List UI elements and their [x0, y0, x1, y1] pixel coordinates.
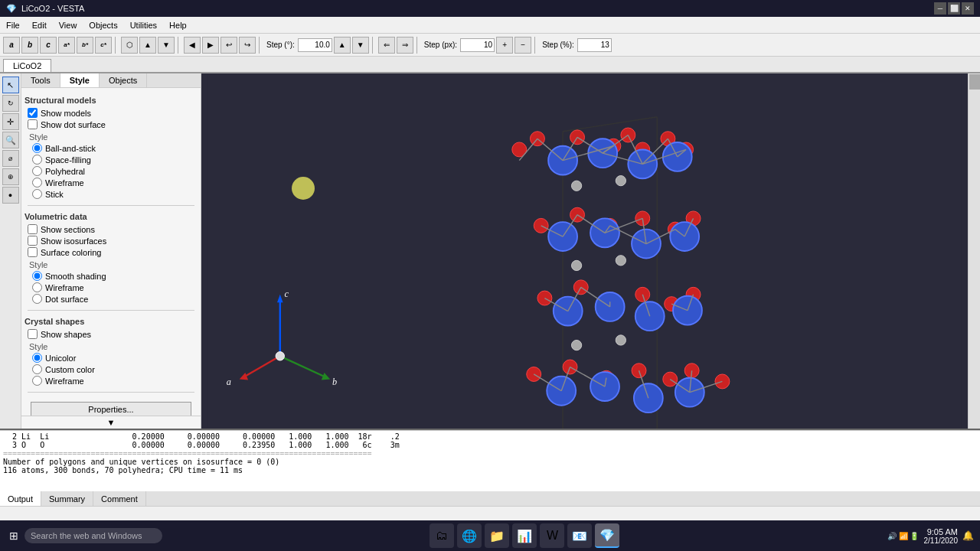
taskbar-word[interactable]: W: [540, 523, 564, 548]
crystal-unicolor-radio[interactable]: [32, 353, 42, 363]
surface-coloring-checkbox[interactable]: [28, 247, 38, 257]
move-tool-button[interactable]: ✛: [2, 113, 19, 130]
style-polyhedral-radio[interactable]: [32, 166, 42, 176]
axis-b-button[interactable]: b: [21, 37, 38, 54]
tab-summary[interactable]: Summary: [41, 491, 93, 506]
zoom-out-button[interactable]: −: [514, 37, 531, 54]
tab-objects[interactable]: Objects: [100, 73, 147, 87]
zoom-in-button[interactable]: +: [496, 37, 513, 54]
menu-file[interactable]: File: [0, 19, 26, 31]
axis-cstar-button[interactable]: c*: [95, 37, 112, 54]
vol-dot-surface-row[interactable]: Dot surface: [32, 294, 198, 304]
crystal-canvas-area[interactable]: c a b: [201, 73, 968, 429]
start-button[interactable]: ⊞: [6, 527, 21, 545]
rotate-up-button[interactable]: ▲: [139, 37, 156, 54]
menu-view[interactable]: View: [53, 19, 83, 31]
menu-edit[interactable]: Edit: [26, 19, 53, 31]
style-wireframe-row[interactable]: Wireframe: [32, 178, 198, 187]
svg-point-85: [571, 181, 581, 191]
properties-button[interactable]: Properties...: [31, 402, 191, 416]
bond-tool-button[interactable]: ⊕: [2, 168, 19, 185]
taskbar-clock[interactable]: 9:05 AM 2/11/2020: [924, 527, 959, 545]
show-sections-row[interactable]: Show sections: [28, 224, 198, 234]
crystal-wireframe-row[interactable]: Wireframe: [32, 376, 198, 386]
show-dot-surface-row[interactable]: Show dot surface: [28, 119, 198, 129]
show-isosurfaces-row[interactable]: Show isosurfaces: [28, 236, 198, 246]
next-button[interactable]: ▶: [202, 37, 219, 54]
zoom-tool-button[interactable]: 🔍: [2, 132, 19, 148]
show-dot-surface-checkbox[interactable]: [28, 119, 38, 129]
vol-smooth-shading-radio[interactable]: [32, 271, 42, 281]
vol-dot-surface-radio[interactable]: [32, 294, 42, 304]
taskbar-mail[interactable]: 📧: [567, 523, 592, 548]
menu-utilities[interactable]: Utilities: [124, 19, 163, 31]
style-stick-row[interactable]: Stick: [32, 189, 198, 199]
back-button[interactable]: ↩: [220, 37, 237, 54]
style-ball-and-stick-row[interactable]: Ball-and-stick: [32, 143, 198, 153]
crystal-wireframe-radio[interactable]: [32, 376, 42, 386]
step-angle-up[interactable]: ▲: [334, 37, 351, 54]
prev-button[interactable]: ◀: [184, 37, 201, 54]
vol-smooth-shading-label: Smooth shading: [45, 272, 106, 281]
minimize-button[interactable]: ─: [934, 2, 946, 15]
atom-tool-button[interactable]: ●: [2, 187, 19, 204]
step-angle-input[interactable]: [298, 38, 332, 52]
axis-astar-button[interactable]: a*: [58, 37, 75, 54]
notification-area[interactable]: 🔔: [962, 530, 974, 541]
tab-style[interactable]: Style: [60, 73, 100, 87]
menu-help[interactable]: Help: [163, 19, 193, 31]
taskbar-task-view[interactable]: 🗂: [430, 523, 454, 548]
style-space-filling-radio[interactable]: [32, 155, 42, 165]
show-isosurfaces-checkbox[interactable]: [28, 236, 38, 246]
step-px-input[interactable]: [460, 38, 495, 52]
show-shapes-checkbox[interactable]: [28, 329, 38, 339]
polyhedra-button[interactable]: ⬡: [121, 37, 138, 54]
taskbar-vesta[interactable]: 💎: [595, 523, 619, 548]
show-shapes-row[interactable]: Show shapes: [28, 329, 198, 339]
style-ball-and-stick-radio[interactable]: [32, 143, 42, 153]
vol-wireframe-row[interactable]: Wireframe: [32, 282, 198, 292]
crystal-unicolor-row[interactable]: Unicolor: [32, 353, 198, 363]
shift-right-button[interactable]: ⇒: [397, 37, 413, 54]
vol-smooth-shading-row[interactable]: Smooth shading: [32, 271, 198, 281]
axis-a-button[interactable]: a: [3, 37, 20, 54]
crystal-custom-color-radio[interactable]: [32, 364, 42, 374]
step-angle-down[interactable]: ▼: [352, 37, 369, 54]
surface-coloring-row[interactable]: Surface coloring: [28, 247, 198, 257]
tab-tools[interactable]: Tools: [21, 73, 60, 87]
canvas-scrollbar[interactable]: [968, 73, 980, 429]
step-pct-input[interactable]: [577, 38, 612, 52]
crystal-custom-color-row[interactable]: Custom color: [32, 364, 198, 374]
panel-scroll-down[interactable]: ▼: [21, 416, 201, 429]
style-polyhedral-row[interactable]: Polyhedral: [32, 166, 198, 176]
scroll-thumb[interactable]: [969, 74, 980, 90]
svg-text:b: b: [332, 377, 337, 387]
style-space-filling-row[interactable]: Space-filling: [32, 155, 198, 165]
style-stick-radio[interactable]: [32, 189, 42, 199]
taskbar-chrome[interactable]: 🌐: [457, 523, 482, 548]
tab-licoo2[interactable]: LiCoO2: [3, 59, 51, 72]
crystal-style-label: Style: [29, 342, 198, 351]
forward-button[interactable]: ↪: [239, 37, 256, 54]
menu-objects[interactable]: Objects: [83, 19, 123, 31]
close-button[interactable]: ✕: [962, 2, 974, 15]
measure-tool-button[interactable]: ⌀: [2, 150, 19, 167]
maximize-button[interactable]: ⬜: [948, 2, 960, 15]
select-tool-button[interactable]: ↖: [2, 77, 19, 93]
rotate-tool-button[interactable]: ↻: [2, 95, 19, 112]
search-input[interactable]: [24, 528, 162, 543]
rotate-down-button[interactable]: ▼: [158, 37, 175, 54]
show-sections-checkbox[interactable]: [28, 224, 38, 234]
taskbar-explorer[interactable]: 📁: [485, 523, 509, 548]
show-models-checkbox[interactable]: [28, 108, 38, 118]
shift-left-button[interactable]: ⇐: [378, 37, 395, 54]
tab-output[interactable]: Output: [0, 491, 41, 506]
style-wireframe-radio[interactable]: [32, 178, 42, 187]
show-models-row[interactable]: Show models: [28, 108, 198, 118]
axis-bstar-button[interactable]: b*: [77, 37, 93, 54]
taskbar-excel[interactable]: 📊: [512, 523, 537, 548]
axis-c-button[interactable]: c: [40, 37, 57, 54]
titlebar: 💎 LiCoO2 - VESTA ─ ⬜ ✕: [0, 0, 980, 17]
tab-comment[interactable]: Comment: [93, 491, 146, 506]
vol-wireframe-radio[interactable]: [32, 282, 42, 292]
